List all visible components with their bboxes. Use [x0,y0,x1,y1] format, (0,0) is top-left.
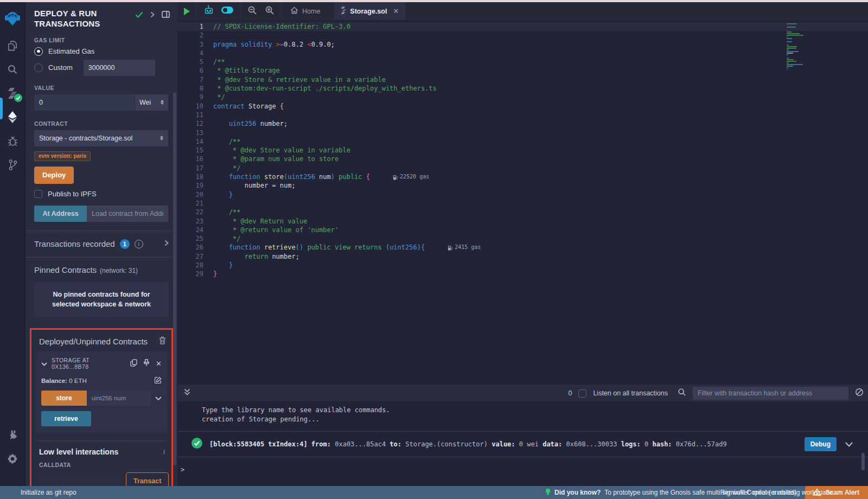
debugger-icon[interactable] [0,129,25,153]
debug-button[interactable]: Debug [805,437,837,451]
pin-icon[interactable] [143,359,150,368]
code-line[interactable]: 28 } [177,261,868,270]
deploy-run-icon[interactable] [0,105,25,129]
close-icon[interactable]: ✕ [156,360,162,368]
estimated-gas-radio[interactable] [34,47,43,56]
file-explorer-icon[interactable] [0,34,25,57]
code-line[interactable]: 13 [177,129,868,137]
git-init-button[interactable]: Initialize as git repo [0,489,76,496]
code-line[interactable]: 20 } [177,190,868,199]
terminal[interactable]: Type the library name to see available c… [177,401,868,486]
transaction-log-row[interactable]: [block:5583405 txIndex:4] from: 0xa03...… [177,431,868,457]
panel-expand-icon[interactable] [150,11,155,20]
code-line[interactable]: 15 * @dev Store value in variable [177,146,868,155]
custom-gas-input[interactable] [84,60,155,76]
code-line[interactable]: 10contract Storage { [177,102,868,111]
icon-sidebar [0,2,25,486]
code-line[interactable]: 1// SPDX-License-Identifier: GPL-3.0 [177,22,868,31]
plugin-manager-icon[interactable] [0,423,25,447]
tab-storage-sol[interactable]: Storage.sol ✕ [334,2,405,20]
at-address-input[interactable] [87,206,168,222]
panel-pin-view-icon[interactable] [162,11,170,20]
code-line[interactable]: 19 number = num; [177,181,868,190]
solidity-compiler-icon[interactable] [0,81,25,105]
edit-icon[interactable] [155,376,162,385]
code-line[interactable]: 9 */ [177,93,868,101]
publish-ipfs-checkbox[interactable] [34,190,42,198]
settings-gear-icon[interactable] [0,447,25,471]
code-line[interactable]: 7 * @dev Store & retrieve value in a var… [177,75,868,84]
deploy-button[interactable]: Deploy [34,167,74,184]
code-line[interactable]: 17 */ [177,164,868,172]
search-icon[interactable] [678,388,686,399]
copy-icon[interactable] [130,359,137,368]
custom-gas-radio[interactable] [34,63,43,72]
code-editor[interactable]: 1// SPDX-License-Identifier: GPL-3.023pr… [177,20,868,385]
store-arg-input[interactable] [87,391,151,406]
transaction-summary: [block:5583405 txIndex:4] from: 0xa03...… [209,440,727,448]
copilot-toggle-icon[interactable] [221,6,234,16]
deployed-contract-card: STORAGE AT 0X136...8B78 ✕ Balance: 0 ETH… [36,351,167,433]
git-icon[interactable] [0,153,25,177]
info-icon: i [135,240,143,248]
solidity-file-icon [341,7,346,16]
chevron-down-icon[interactable] [155,394,162,402]
code-line[interactable]: 21 [177,199,868,208]
retrieve-function-button[interactable]: retrieve [41,411,91,426]
zoom-out-icon[interactable] [247,5,257,17]
tab-home[interactable]: Home [282,2,329,20]
terminal-toolbar: 0 Listen on all transactions [177,385,868,401]
code-line[interactable]: 16 * @param num value to store [177,155,868,163]
panel-check-icon [135,11,143,20]
search-icon[interactable] [0,57,25,81]
code-line[interactable]: 22 /** [177,208,868,216]
code-lines: 1// SPDX-License-Identifier: GPL-3.023pr… [177,22,868,279]
code-line[interactable]: 4 [177,49,868,57]
remix-logo-icon[interactable] [0,7,25,30]
clear-filter-icon[interactable] [855,388,864,399]
code-line[interactable]: 29} [177,270,868,278]
code-line[interactable]: 8 * @custom:dev-run-script ./scripts/dep… [177,84,868,93]
code-line[interactable]: 14 /** [177,137,868,146]
code-line[interactable]: 11 [177,111,868,119]
filter-input[interactable] [693,387,848,400]
at-address-button[interactable]: At Address [34,206,87,222]
store-function-button[interactable]: store [41,391,87,406]
code-line[interactable]: 18 function store(uint256 num) public {2… [177,172,868,181]
code-line[interactable]: 24 * @return value of 'number' [177,226,868,234]
minimap[interactable] [787,23,825,71]
code-line[interactable]: 5/** [177,57,868,66]
chevron-down-icon[interactable] [41,360,47,368]
close-tab-icon[interactable]: ✕ [393,7,399,15]
compile-success-badge [14,94,22,102]
contract-select[interactable]: Storage - contracts/Storage.sol [34,130,168,146]
code-line[interactable]: 25 */ [177,234,868,243]
chevron-right-icon[interactable] [164,240,169,248]
panel-scrollbar[interactable] [173,92,176,465]
contract-label: CONTRACT [34,120,169,127]
code-line[interactable]: 6 * @title Storage [177,66,868,75]
zoom-in-icon[interactable] [265,5,275,17]
terminal-scrollbar[interactable] [861,453,865,470]
home-icon [290,7,298,16]
value-unit-select[interactable]: Wei [135,94,168,111]
expand-tx-icon[interactable] [845,439,853,449]
code-line[interactable]: 2 [177,31,868,40]
code-line[interactable]: 3pragma solidity >=0.8.2 <0.9.0; [177,40,868,49]
terminal-prompt[interactable]: > [177,457,868,474]
run-script-button[interactable] [177,2,197,20]
code-line[interactable]: 12 uint256 number; [177,119,868,128]
value-input[interactable] [34,94,135,111]
listen-all-checkbox[interactable] [578,389,586,398]
network-label: (network: 31) [100,267,138,274]
estimated-gas-label: Estimated Gas [48,47,94,55]
code-line[interactable]: 27 return number; [177,252,868,261]
code-line[interactable]: 26 function retrieve() public view retur… [177,243,868,252]
transactions-recorded-row[interactable]: Transactions recorded 1 i [25,231,177,257]
code-line[interactable]: 23 * @dev Return value [177,217,868,226]
expand-terminal-icon[interactable] [182,388,190,398]
deploy-run-panel: DEPLOY & RUN TRANSACTIONS GAS LIMIT Esti… [25,2,177,486]
trash-icon[interactable] [159,336,166,346]
ai-copilot-icon[interactable] [203,5,214,18]
deployed-contracts-section: Deployed/Unpinned Contracts STORAGE AT 0… [30,328,173,499]
